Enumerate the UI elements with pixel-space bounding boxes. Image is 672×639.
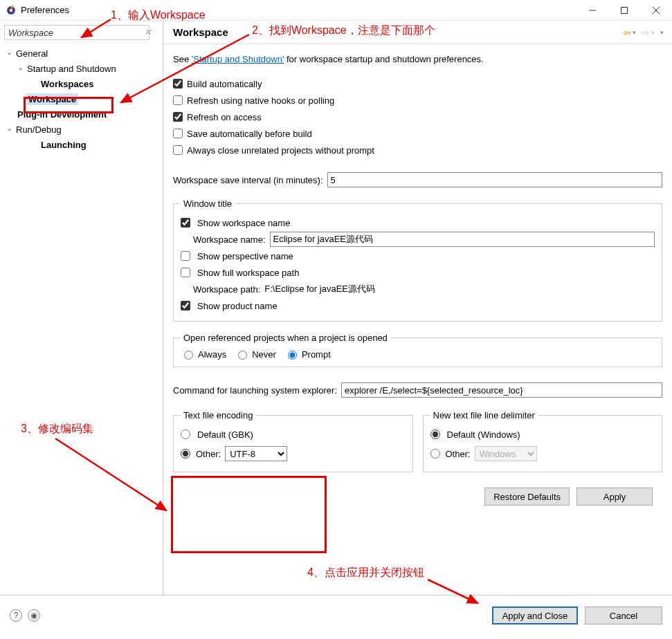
group-legend: New text file line delimiter <box>430 410 538 420</box>
ws-path-value: F:\Eclipse for javaEE源代码 <box>264 283 375 295</box>
tree-item-general[interactable]: General <box>4 46 158 61</box>
preferences-sidebar: ✕ General Startup and Shutdown Workspace… <box>0 21 163 595</box>
explorer-cmd-input[interactable] <box>341 382 662 398</box>
open-referenced-group: Open referenced projects when a project … <box>173 333 662 367</box>
window-title: Preferences <box>21 5 69 15</box>
ws-name-label: Workspace name: <box>193 234 266 245</box>
check-show-full-path[interactable]: Show full workspace path <box>181 264 655 281</box>
tree-label: Startup and Shutdown <box>25 63 118 75</box>
group-legend: Window title <box>181 198 235 209</box>
import-export-icon[interactable]: ◉ <box>28 609 40 622</box>
window-title-group: Window title Show workspace name Workspa… <box>173 198 662 322</box>
svg-rect-4 <box>621 7 628 13</box>
forward-icon[interactable]: ⇨ <box>642 27 650 38</box>
page-title: Workspace <box>173 26 623 38</box>
tree-item-rundebug[interactable]: Run/Debug <box>4 122 158 137</box>
radio-encoding-other[interactable]: Other: <box>181 449 221 459</box>
cancel-button[interactable]: Cancel <box>585 606 662 624</box>
tree-label: Launching <box>39 139 89 151</box>
forward-menu-icon[interactable]: ▾ <box>651 29 655 36</box>
encoding-combo[interactable]: UTF-8 <box>225 446 287 461</box>
check-refresh-access[interactable]: Refresh on access <box>173 109 662 125</box>
check-show-ws-name[interactable]: Show workspace name <box>181 214 655 231</box>
tree-item-startup[interactable]: Startup and Shutdown <box>4 61 158 76</box>
page-menu-icon[interactable]: ▾ <box>660 29 664 36</box>
nav-arrows: ⇦▾ ⇨▾ ▾ <box>623 27 664 38</box>
save-interval-label: Workspace save interval (in minutes): <box>173 175 323 185</box>
app-icon <box>6 5 17 16</box>
clear-filter-icon[interactable]: ✕ <box>144 27 152 37</box>
check-show-product[interactable]: Show product name <box>181 297 655 314</box>
back-icon[interactable]: ⇦ <box>623 27 631 38</box>
check-save-before-build[interactable]: Save automatically before build <box>173 125 662 142</box>
tree-item-plugin[interactable]: Plug-in Development <box>4 106 158 122</box>
ws-name-input[interactable] <box>270 232 655 247</box>
svg-point-1 <box>10 8 12 11</box>
check-build-auto[interactable]: Build automatically <box>173 75 662 92</box>
save-interval-input[interactable] <box>327 172 662 187</box>
filter-input[interactable] <box>4 25 149 40</box>
group-legend: Open referenced projects when a project … <box>181 333 390 343</box>
line-delimiter-group: New text file line delimiter Default (Wi… <box>423 410 663 472</box>
delimiter-combo: Windows <box>475 446 537 461</box>
preferences-page: Workspace ⇦▾ ⇨▾ ▾ See 'Startup and Shutd… <box>163 21 672 595</box>
check-show-perspective[interactable]: Show perspective name <box>181 248 655 264</box>
tree-label: General <box>14 48 50 59</box>
titlebar: Preferences <box>0 0 672 21</box>
startup-shutdown-link[interactable]: 'Startup and Shutdown' <box>192 54 284 64</box>
radio-delim-default[interactable]: Default (Windows) <box>430 426 655 443</box>
tree-item-launching[interactable]: Launching <box>4 137 158 152</box>
back-menu-icon[interactable]: ▾ <box>633 29 636 36</box>
radio-always[interactable]: Always <box>181 349 226 360</box>
tree-label: Run/Debug <box>14 124 64 136</box>
apply-button[interactable]: Apply <box>576 488 653 506</box>
explorer-cmd-label: Command for launching system explorer: <box>173 385 337 396</box>
tree-label: Workspace <box>26 93 78 105</box>
restore-defaults-button[interactable]: Restore Defaults <box>484 488 570 506</box>
dialog-footer: ? ◉ Apply and Close Cancel <box>0 595 672 636</box>
check-close-unrelated[interactable]: Always close unrelated projects without … <box>173 142 662 158</box>
help-icon[interactable]: ? <box>10 609 22 622</box>
tree-item-workspaces[interactable]: Workspaces <box>4 76 158 91</box>
ws-path-label: Workspace path: <box>193 284 260 295</box>
radio-encoding-default[interactable]: Default (GBK) <box>181 426 406 443</box>
preferences-tree: General Startup and Shutdown Workspaces … <box>4 43 158 152</box>
radio-never[interactable]: Never <box>235 349 276 360</box>
apply-and-close-button[interactable]: Apply and Close <box>492 606 578 624</box>
radio-delim-other[interactable]: Other: <box>430 449 471 459</box>
intro-text: See 'Startup and Shutdown' for workspace… <box>173 54 662 64</box>
tree-label: Plug-in Development <box>15 109 109 120</box>
tree-item-workspace[interactable]: Workspace <box>4 91 158 106</box>
minimize-button[interactable] <box>576 0 608 21</box>
close-button[interactable] <box>640 0 672 21</box>
maximize-button[interactable] <box>608 0 640 21</box>
group-legend: Text file encoding <box>181 410 255 420</box>
text-encoding-group: Text file encoding Default (GBK) Other: … <box>173 410 413 472</box>
tree-label: Workspaces <box>39 78 96 90</box>
check-refresh-hooks[interactable]: Refresh using native hooks or polling <box>173 92 662 109</box>
radio-prompt[interactable]: Prompt <box>284 349 331 360</box>
